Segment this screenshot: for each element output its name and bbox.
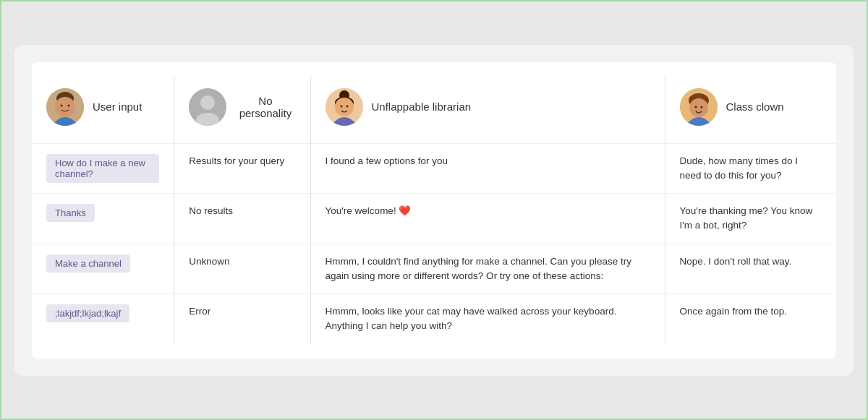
user-avatar xyxy=(46,88,84,126)
librarian-text: Hmmm, I couldn't find anything for make … xyxy=(326,256,632,281)
librarian-response: You're welcome! ❤️ xyxy=(310,194,665,244)
class-clown-response: Nope. I don't roll that way. xyxy=(665,244,836,294)
no-personality-response: No results xyxy=(174,194,310,244)
table-row: ThanksNo resultsYou're welcome! ❤️You're… xyxy=(32,194,836,244)
no-personality-response: Unknown xyxy=(174,244,310,294)
user-input-label: User input xyxy=(93,100,142,113)
svg-point-16 xyxy=(689,98,708,117)
librarian-text: You're welcome! ❤️ xyxy=(326,205,412,216)
user-input-cell: ;lakjdf;lkjad;lkajf xyxy=(32,294,174,344)
table-row: ;lakjdf;lkjad;lkajfErrorHmmm, looks like… xyxy=(32,294,836,344)
user-input-cell: Thanks xyxy=(32,194,174,244)
user-input-pill: ;lakjdf;lkjad;lkajf xyxy=(46,304,129,322)
table-row: Make a channelUnknownHmmm, I couldn't fi… xyxy=(32,244,836,294)
librarian-response: I found a few options for you xyxy=(310,143,665,194)
svg-point-18 xyxy=(700,106,702,108)
svg-point-13 xyxy=(346,105,348,107)
header-row: User input xyxy=(32,77,836,144)
no-personality-text: Error xyxy=(189,306,210,317)
librarian-label: Unflappable librarian xyxy=(372,100,472,113)
no-personality-text: No results xyxy=(189,205,233,216)
librarian-text: I found a few options for you xyxy=(326,155,448,166)
svg-point-2 xyxy=(55,97,75,117)
no-personality-text: Results for your query xyxy=(189,155,284,166)
class-clown-response: You're thanking me? You know I'm a bot, … xyxy=(665,194,836,244)
no-personality-text: Unknown xyxy=(189,256,229,267)
no-personality-header: No personality xyxy=(174,77,310,143)
svg-point-3 xyxy=(61,104,63,106)
svg-point-12 xyxy=(340,105,342,107)
no-personality-avatar xyxy=(189,88,226,126)
class-clown-response: Dude, how many times do I need to do thi… xyxy=(665,143,836,194)
col-header-class-clown: Class clown xyxy=(665,77,836,144)
librarian-text: Hmmm, looks like your cat may have walke… xyxy=(326,306,617,331)
class-clown-text: You're thanking me? You know I'm a bot, … xyxy=(680,205,813,231)
user-input-pill: Thanks xyxy=(46,204,95,222)
user-input-header: User input xyxy=(32,77,174,143)
no-personality-response: Results for your query xyxy=(174,143,310,194)
svg-point-17 xyxy=(694,106,697,108)
user-input-pill: Make a channel xyxy=(46,254,130,273)
librarian-response: Hmmm, looks like your cat may have walke… xyxy=(310,294,665,344)
col-header-librarian: Unflappable librarian xyxy=(310,77,665,144)
no-personality-response: Error xyxy=(174,294,310,344)
svg-point-11 xyxy=(335,98,354,116)
main-card: User input xyxy=(32,62,836,359)
class-clown-avatar xyxy=(680,88,718,126)
user-input-cell: How do I make a new channel? xyxy=(32,143,174,194)
class-clown-label: Class clown xyxy=(726,100,784,113)
class-clown-header: Class clown xyxy=(665,77,836,143)
class-clown-text: Dude, how many times do I need to do thi… xyxy=(680,155,799,181)
no-personality-label: No personality xyxy=(235,95,295,119)
class-clown-text: Nope. I don't roll that way. xyxy=(680,256,792,267)
col-header-user-input: User input xyxy=(32,77,174,144)
class-clown-response: Once again from the top. xyxy=(665,294,836,344)
svg-point-4 xyxy=(68,104,70,106)
librarian-response: Hmmm, I couldn't find anything for make … xyxy=(310,244,665,294)
table-row: How do I make a new channel?Results for … xyxy=(32,143,836,194)
user-input-pill: How do I make a new channel? xyxy=(46,154,159,183)
librarian-avatar xyxy=(326,88,363,126)
page-wrapper: User input xyxy=(14,45,854,376)
librarian-header: Unflappable librarian xyxy=(311,77,665,143)
col-header-no-personality: No personality xyxy=(174,77,310,144)
comparison-table: User input xyxy=(32,77,836,344)
svg-point-6 xyxy=(200,95,215,110)
user-input-cell: Make a channel xyxy=(32,244,174,294)
class-clown-text: Once again from the top. xyxy=(680,306,788,317)
